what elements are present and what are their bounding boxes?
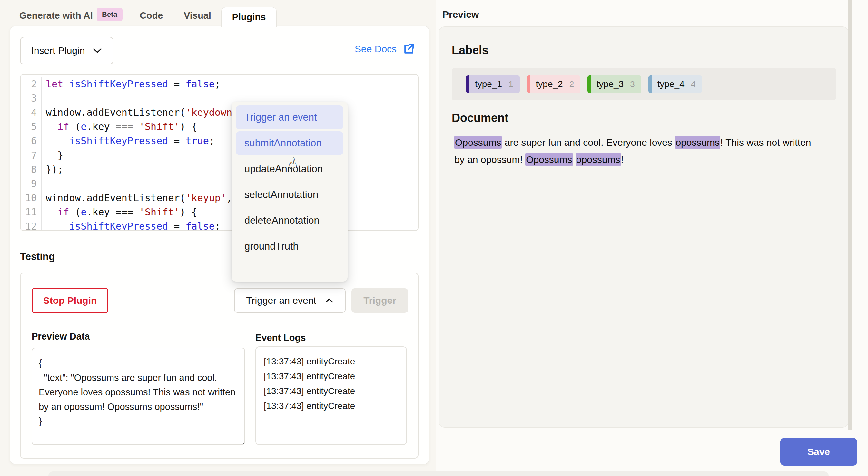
event-log-entry: [13:37:43] entityCreate: [264, 384, 399, 398]
tab-code[interactable]: Code: [140, 10, 163, 21]
document-plain-text: !: [621, 154, 624, 165]
label-chip-hotkey: 4: [691, 79, 695, 89]
event-select-label: Trigger an event: [246, 295, 316, 306]
annotated-span[interactable]: Opossums: [525, 153, 572, 166]
line-number: 6: [21, 134, 42, 148]
menu-item-trigger-an-event[interactable]: Trigger an event: [236, 106, 343, 129]
preview-data-label: Preview Data: [32, 331, 90, 342]
code-line: 5 if (e.key === 'Shift') {: [21, 120, 418, 134]
code-editor[interactable]: 2let isShiftKeyPressed = false;34window.…: [20, 74, 418, 231]
see-docs-link[interactable]: See Docs: [355, 42, 415, 56]
code-line: 2let isShiftKeyPressed = false;: [21, 77, 418, 91]
label-color-bar: [587, 76, 591, 93]
label-chip-name: type_2: [536, 79, 563, 89]
code-line: 10window.addEventListener('keyup', (e) =…: [21, 191, 418, 205]
menu-item-selectannotation[interactable]: selectAnnotation: [236, 183, 343, 207]
event-log-entry: [13:37:43] entityCreate: [264, 354, 399, 369]
chevron-down-icon: [93, 48, 102, 54]
label-chip-name: type_4: [657, 79, 685, 89]
save-button[interactable]: Save: [780, 438, 857, 466]
preview-panel: Labels type_11type_22type_33type_44 Docu…: [438, 26, 849, 428]
code-line: 4window.addEventListener('keydown', (e) …: [21, 105, 418, 119]
line-number: 4: [21, 105, 42, 119]
label-chip-hotkey: 1: [508, 79, 513, 89]
tab-generate-with-ai[interactable]: Generate with AI: [19, 10, 93, 21]
see-docs-label: See Docs: [355, 43, 397, 55]
label-chip-hotkey: 2: [569, 79, 574, 89]
tab-visual[interactable]: Visual: [184, 10, 211, 21]
label-color-bar: [648, 76, 652, 93]
label-chip-type_2[interactable]: type_22: [527, 76, 581, 93]
code-line: 3: [21, 91, 418, 105]
code-line: 12 isShiftKeyPressed = false;: [21, 219, 418, 231]
document-plain-text: ! This was not written: [720, 137, 811, 148]
label-chip-type_4[interactable]: type_44: [648, 76, 702, 93]
event-logs-label: Event Logs: [255, 332, 306, 343]
label-color-bar: [466, 76, 469, 93]
testing-panel: Stop Plugin Trigger an event Trigger Pre…: [20, 272, 418, 458]
code-line: 8});: [21, 162, 418, 176]
menu-item-submitannotation[interactable]: submitAnnotation: [236, 131, 343, 155]
label-chip-strip: type_11type_22type_33type_44: [452, 68, 836, 100]
label-chip-name: type_1: [475, 79, 502, 89]
tab-plugins[interactable]: Plugins: [221, 7, 277, 27]
line-number: 10: [21, 191, 42, 205]
menu-item-groundtruth[interactable]: groundTruth: [236, 234, 343, 258]
preview-data-textarea[interactable]: [32, 348, 245, 445]
document-heading: Document: [452, 111, 508, 125]
document-plain-text: [573, 154, 576, 165]
insert-plugin-label: Insert Plugin: [31, 45, 85, 56]
insert-plugin-button[interactable]: Insert Plugin: [20, 37, 114, 64]
line-number: 12: [21, 219, 42, 231]
annotated-span[interactable]: opossums: [576, 153, 621, 166]
event-log-entry: [13:37:43] entityCreate: [264, 369, 399, 384]
code-line: 9: [21, 176, 418, 190]
preview-title: Preview: [442, 9, 479, 20]
line-number: 2: [21, 77, 42, 91]
code-line: 11 if (e.key === 'Shift') {: [21, 205, 418, 219]
annotated-span[interactable]: Opossums: [454, 136, 502, 149]
label-chip-name: type_3: [596, 79, 624, 89]
document-text[interactable]: Opossums are super fun and cool. Everyon…: [454, 134, 841, 168]
line-number: 11: [21, 205, 42, 219]
bottom-window-edge: [49, 472, 829, 476]
annotated-span[interactable]: opossums: [675, 136, 720, 149]
app-window: Generate with AI Beta Code Visual Plugin…: [0, 0, 868, 476]
line-number: 9: [21, 176, 42, 190]
document-plain-text: by an opossum!: [454, 154, 525, 165]
external-link-icon: [402, 42, 415, 56]
document-plain-text: are super fun and cool. Everyone loves: [502, 137, 675, 148]
line-number: 5: [21, 120, 42, 134]
code-line: 6 isShiftKeyPressed = true;: [21, 134, 418, 148]
code-line: 7 }: [21, 148, 418, 162]
line-number: 8: [21, 162, 42, 176]
label-chip-type_1[interactable]: type_11: [466, 76, 520, 93]
testing-heading: Testing: [20, 251, 55, 263]
trigger-event-menu: Trigger an eventsubmitAnnotationupdateAn…: [231, 101, 348, 281]
stop-plugin-button[interactable]: Stop Plugin: [32, 288, 108, 314]
event-logs-list: [13:37:43] entityCreate[13:37:43] entity…: [255, 346, 407, 445]
beta-badge: Beta: [97, 8, 123, 21]
vertical-scrollbar[interactable]: [848, 0, 852, 429]
label-chip-hotkey: 3: [630, 79, 634, 89]
event-select-dropdown[interactable]: Trigger an event: [234, 288, 346, 313]
label-color-bar: [527, 76, 530, 93]
event-log-entry: [13:37:43] entityCreate: [264, 398, 399, 413]
chevron-up-icon: [325, 298, 334, 303]
line-number: 7: [21, 148, 42, 162]
trigger-button[interactable]: Trigger: [351, 288, 408, 313]
label-chip-type_3[interactable]: type_33: [587, 76, 641, 93]
labels-heading: Labels: [452, 43, 489, 57]
line-number: 3: [21, 91, 42, 105]
menu-item-deleteannotation[interactable]: deleteAnnotation: [236, 209, 343, 233]
